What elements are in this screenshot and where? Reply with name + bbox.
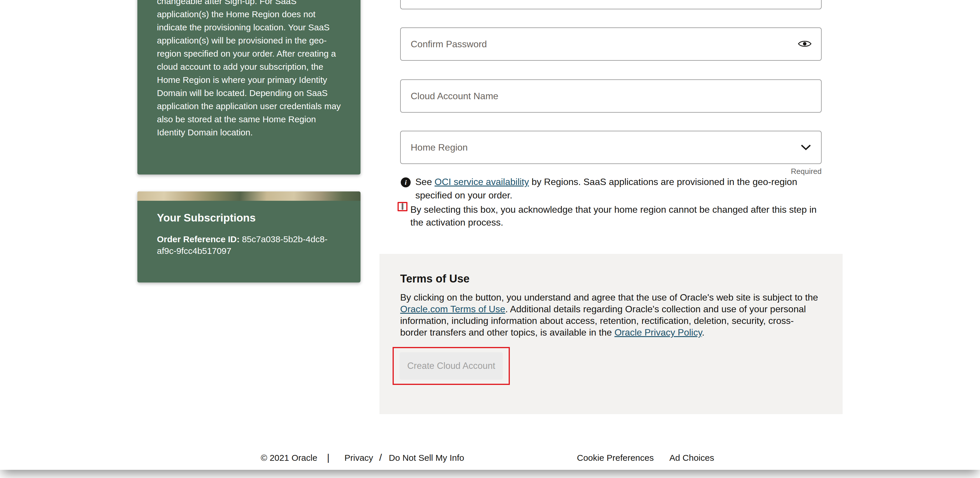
footer-divider: | (327, 452, 329, 463)
oci-service-availability-link[interactable]: OCI service availability (434, 177, 529, 187)
ad-choices-link[interactable]: Ad Choices (670, 453, 714, 463)
acknowledgement-row: By selecting this box, you acknowledge t… (398, 202, 827, 229)
terms-text: By clicking on the button, you understan… (400, 292, 820, 338)
privacy-link[interactable]: Privacy (344, 453, 373, 463)
subscriptions-banner-image (137, 191, 361, 201)
subscriptions-panel: Your Subscriptions Order Reference ID:85… (137, 191, 361, 282)
required-label: Required (400, 167, 822, 176)
terms-body-1: By clicking on the button, you understan… (400, 292, 818, 303)
acknowledge-label: By selecting this box, you acknowledge t… (410, 202, 827, 229)
footer-copyright: © 2021 Oracle (261, 453, 317, 463)
terms-title: Terms of Use (400, 272, 843, 285)
password-field[interactable] (400, 0, 822, 10)
cloud-account-name-field-wrap (400, 80, 822, 113)
info-icon: i (401, 177, 410, 187)
subscriptions-title: Your Subscriptions (157, 212, 341, 224)
do-not-sell-link[interactable]: Do Not Sell My Info (389, 453, 464, 463)
home-region-info-panel: changeable after Sign-up. For SaaS appli… (137, 0, 361, 175)
confirm-password-field-wrap (400, 27, 822, 61)
terms-of-use-link[interactable]: Oracle.com Terms of Use (400, 304, 505, 314)
create-cloud-account-button[interactable]: Create Cloud Account (399, 352, 503, 380)
terms-body-3: . (702, 327, 705, 338)
button-highlight: Create Cloud Account (393, 347, 510, 385)
region-availability-note: i See OCI service availability by Region… (401, 175, 824, 202)
footer-slash: / (379, 452, 382, 463)
password-field-wrap (400, 0, 822, 10)
chevron-down-icon (800, 142, 811, 153)
show-password-button[interactable] (795, 35, 814, 53)
eye-icon (798, 40, 811, 49)
home-region-placeholder: Home Region (410, 142, 468, 153)
privacy-policy-link[interactable]: Oracle Privacy Policy (614, 327, 702, 338)
cookie-preferences-link[interactable]: Cookie Preferences (577, 453, 654, 463)
home-region-select[interactable]: Home Region (400, 131, 822, 164)
order-reference-label: Order Reference ID: (157, 234, 239, 244)
checkbox-highlight (398, 202, 407, 211)
order-reference: Order Reference ID:85c7a038-5b2b-4dc8-af… (157, 233, 341, 257)
page: changeable after Sign-up. For SaaS appli… (0, 0, 980, 470)
note-prefix: See (415, 177, 434, 187)
terms-section: Terms of Use By clicking on the button, … (379, 254, 843, 414)
home-region-info-text: changeable after Sign-up. For SaaS appli… (157, 0, 341, 139)
acknowledge-checkbox[interactable] (402, 203, 403, 210)
home-region-select-wrap: Home Region (400, 131, 822, 164)
confirm-password-field[interactable] (400, 27, 822, 61)
cloud-account-name-field[interactable] (400, 80, 822, 113)
